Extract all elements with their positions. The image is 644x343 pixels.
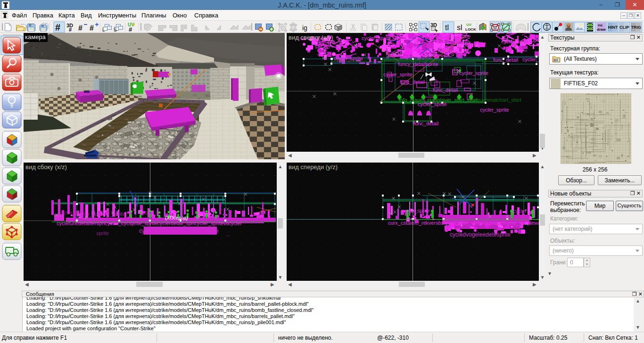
svg-text:draw: draw xyxy=(597,27,606,32)
svg-text:tl: tl xyxy=(445,24,449,32)
svg-text:cyclefuncdetaillerspricycler_c: cyclefuncdetaillerspricycler_cycsprite_s… xyxy=(57,220,242,226)
svg-text:#: # xyxy=(129,26,132,33)
svg-text:TRIG: TRIG xyxy=(631,25,642,30)
svg-text:cyclecystritecydite_sprite_spr: cyclecystritecydite_sprite_sprite xyxy=(139,228,219,234)
svg-text:funcy_detailsprite: funcy_detailsprite xyxy=(398,61,438,67)
svg-text:info_player_startplayer_start_: info_player_startplayer_start_start xyxy=(399,97,477,103)
svg-text:(XOceдод): (XOceдод) xyxy=(165,215,188,220)
svg-text:cycler_sprite: cycler_sprite xyxy=(480,107,509,113)
svg-text:cycler_sprite: cycler_sprite xyxy=(362,35,391,41)
svg-text:s: s xyxy=(420,210,422,215)
svg-text:cycler_sprite: cycler_sprite xyxy=(501,39,530,44)
svg-text:cycler_sprite: cycler_sprite xyxy=(318,42,347,48)
svg-text:cycler_spr: cycler_spr xyxy=(522,57,539,62)
svg-text:func_detail: func_detail xyxy=(413,121,438,126)
svg-text:cycler_sprite: cycler_sprite xyxy=(459,70,488,76)
svg-text:deathmatchart_start: deathmatchart_start xyxy=(475,97,521,103)
svg-text:func_detail: func_detail xyxy=(433,87,458,93)
svg-text:cycler_sprite: cycler_sprite xyxy=(334,56,363,61)
svg-text:cycler_sprite: cycler_sprite xyxy=(457,41,486,46)
svg-text:func_detail: func_detail xyxy=(493,57,518,63)
svg-text:cycler_sprite: cycler_sprite xyxy=(383,72,413,77)
svg-text:UV: UV xyxy=(466,23,472,27)
svg-text:(am): (am) xyxy=(520,220,531,226)
svg-text:sl: sl xyxy=(457,24,462,32)
svg-text:S: S xyxy=(114,27,117,33)
svg-text:HINT: HINT xyxy=(608,25,618,30)
svg-text:cycler_sprite: cycler_sprite xyxy=(430,48,460,54)
svg-text:cycler_sprite: cycler_sprite xyxy=(401,208,430,213)
svg-text:LOCK: LOCK xyxy=(465,27,476,32)
svg-text:no: no xyxy=(598,23,603,27)
svg-text:L: L xyxy=(102,27,105,33)
svg-text:curx_cstainfo_ntkversbsleyercy: curx_cstainfo_ntkversbsleyercycler_cleby… xyxy=(388,220,539,226)
svg-text:cycler: cycler xyxy=(513,208,527,214)
svg-text:ig: ig xyxy=(302,24,307,32)
svg-text:cycledvogeleedetesprite: cycledvogeleedetesprite xyxy=(450,231,511,238)
svg-text:#: # xyxy=(78,24,83,32)
svg-text:#: # xyxy=(90,24,94,32)
svg-text:cycler_sprite: cycler_sprite xyxy=(404,54,433,60)
svg-text:func_detail: func_detail xyxy=(400,79,425,85)
svg-text:eyeler_spriteer_sprite: eyeler_spriteer_sprite xyxy=(75,211,125,217)
svg-text:#: # xyxy=(69,27,72,33)
svg-text:CLIP: CLIP xyxy=(619,25,629,30)
svg-text:cycler_s: cycler_s xyxy=(140,210,159,215)
